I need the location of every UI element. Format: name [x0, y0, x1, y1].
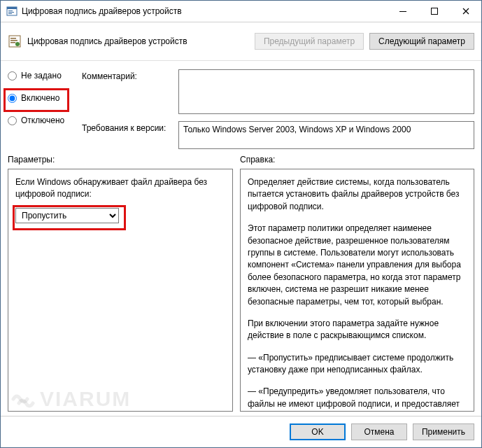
svg-rect-1	[7, 7, 17, 9]
radio-enabled-input[interactable]	[8, 94, 17, 103]
upper-section: Не задано Включено Отключено Комментарий…	[8, 69, 474, 149]
radio-disabled[interactable]: Отключено	[8, 115, 75, 125]
param-description: Если Windows обнаруживает файл драйвера …	[15, 176, 225, 201]
help-paragraph: Определяет действие системы, когда польз…	[248, 176, 467, 213]
radio-disabled-input[interactable]	[8, 116, 17, 125]
next-setting-button[interactable]: Следующий параметр	[369, 33, 474, 50]
apply-button[interactable]: Применить	[413, 424, 474, 440]
close-button[interactable]	[450, 1, 481, 22]
policy-icon	[6, 6, 17, 17]
svg-rect-3	[8, 12, 14, 13]
help-label: Справка:	[240, 155, 275, 164]
requirements-label: Требования к версии:	[82, 121, 173, 149]
radio-not-configured[interactable]: Не задано	[8, 71, 75, 80]
state-radios: Не задано Включено Отключено	[8, 69, 75, 149]
parameters-label: Параметры:	[8, 155, 240, 164]
radio-label: Отключено	[21, 115, 64, 125]
comment-label: Комментарий:	[82, 69, 173, 114]
maximize-button[interactable]	[418, 1, 450, 22]
comment-input[interactable]	[178, 69, 474, 114]
toolbar: Цифровая подпись драйверов устройств Пре…	[1, 22, 481, 61]
comment-row: Комментарий:	[82, 69, 474, 114]
document-icon	[8, 34, 22, 48]
action-select-wrap: Пропустить	[15, 208, 119, 223]
policy-dialog: Цифровая подпись драйверов устройств Циф…	[0, 0, 482, 448]
fields-column: Комментарий: Требования к версии: Только…	[82, 69, 474, 149]
help-panel[interactable]: Определяет действие системы, когда польз…	[240, 169, 474, 412]
prev-setting-button[interactable]: Предыдущий параметр	[255, 33, 364, 50]
window-buttons	[387, 1, 481, 22]
svg-rect-9	[10, 40, 17, 41]
policy-title: Цифровая подпись драйверов устройств	[27, 36, 249, 46]
radio-label: Включено	[21, 93, 59, 103]
svg-rect-2	[8, 10, 13, 11]
lower-section: Если Windows обнаруживает файл драйвера …	[8, 169, 474, 412]
footer: OK Отмена Применить	[1, 416, 481, 447]
dialog-body: Не задано Включено Отключено Комментарий…	[1, 61, 481, 416]
radio-not-configured-input[interactable]	[8, 71, 17, 80]
help-paragraph: — «Пропустить» предписывает системе прод…	[248, 352, 467, 377]
titlebar: Цифровая подпись драйверов устройств	[1, 1, 481, 22]
radio-enabled[interactable]: Включено	[8, 93, 75, 103]
ok-button[interactable]: OK	[290, 424, 346, 440]
svg-rect-4	[8, 13, 12, 14]
svg-rect-6	[431, 8, 437, 15]
svg-rect-5	[399, 11, 406, 12]
minimize-button[interactable]	[387, 1, 418, 22]
requirements-text: Только Windows Server 2003, Windows XP и…	[178, 121, 474, 149]
svg-point-11	[15, 42, 20, 46]
action-select[interactable]: Пропустить	[15, 208, 119, 223]
cancel-button[interactable]: Отмена	[351, 424, 407, 440]
radio-label: Не задано	[21, 71, 62, 80]
help-paragraph: Этот параметр политики определяет наимен…	[248, 223, 467, 308]
help-paragraph: — «Предупредить» уведомляет пользователя…	[248, 386, 467, 412]
svg-rect-8	[10, 38, 16, 39]
help-paragraph: При включении этого параметра задайте ну…	[248, 318, 467, 342]
parameters-panel: Если Windows обнаруживает файл драйвера …	[8, 169, 233, 412]
lower-labels: Параметры: Справка:	[8, 155, 474, 164]
svg-rect-10	[10, 42, 15, 43]
window-title: Цифровая подпись драйверов устройств	[22, 6, 387, 16]
requirements-row: Требования к версии: Только Windows Serv…	[82, 121, 474, 149]
